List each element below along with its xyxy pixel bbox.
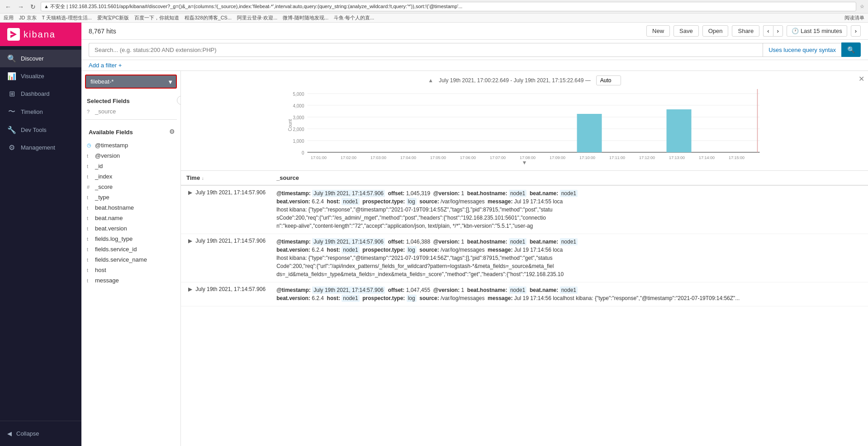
field-type-beat-version: t (87, 226, 92, 231)
back-button[interactable]: ← (4, 3, 13, 10)
table-row: ▶ July 19th 2021, 17:14:57.906 @timestam… (181, 282, 868, 306)
field-name-service-name: fields.service_name (95, 256, 147, 263)
sidebar-item-management[interactable]: ⚙ Management (0, 139, 81, 156)
field-item-beat-hostname[interactable]: t beat.hostname (85, 202, 177, 213)
time-cell-1: ▶ July 19th 2021, 17:14:57.906 (181, 185, 271, 234)
sidebar-item-devtools[interactable]: 🔧 Dev Tools (0, 121, 81, 139)
svg-text:3,000: 3,000 (293, 115, 304, 120)
chart-close-button[interactable]: ✕ (859, 75, 864, 83)
svg-text:4,000: 4,000 (293, 103, 304, 108)
svg-text:17:05:00: 17:05:00 (430, 155, 446, 160)
collapse-button[interactable]: ◀ Collapse (0, 426, 81, 441)
bookmark-jd[interactable]: JD 京东 (19, 14, 37, 21)
field-item-index[interactable]: t _index (85, 171, 177, 182)
filter-bar: Add a filter + (81, 60, 868, 71)
svg-text:17:04:00: 17:04:00 (400, 155, 416, 160)
svg-text:17:15:00: 17:15:00 (729, 155, 745, 160)
bookmark-apps[interactable]: 应用 (4, 14, 14, 21)
field-item-timestamp[interactable]: ◷ @timestamp (85, 140, 177, 150)
sidebar-label-visualize: Visualize (21, 73, 44, 80)
chart-area: ▲ July 19th 2021, 17:00:22.649 - July 19… (181, 71, 868, 171)
kibana-logo-icon (7, 28, 20, 41)
available-fields-header: Available Fields ⚙ (85, 122, 177, 140)
time-expand-button[interactable]: › (851, 25, 861, 37)
field-item-id[interactable]: t _id (85, 161, 177, 171)
field-item-beat-name[interactable]: t beat.name (85, 213, 177, 223)
interval-select[interactable]: Auto (596, 75, 621, 85)
field-type-id: t (87, 164, 92, 169)
time-forward-button[interactable]: › (773, 25, 783, 37)
field-item-type[interactable]: t _type (85, 192, 177, 202)
fields-settings-icon[interactable]: ⚙ (169, 128, 175, 135)
section-divider (85, 119, 177, 120)
field-type-host: t (87, 268, 92, 273)
field-item-service-id[interactable]: t fields.service_id (85, 244, 177, 254)
th-time[interactable]: Time ↓ (181, 171, 271, 185)
row-expand-button-1[interactable]: ▶ (186, 189, 194, 196)
discover-icon: 🔍 (7, 54, 16, 63)
share-button[interactable]: Share (732, 25, 759, 37)
field-name-timestamp: @timestamp (95, 142, 128, 149)
svg-text:17:03:00: 17:03:00 (370, 155, 386, 160)
chart-collapse-left[interactable]: ▲ (428, 77, 433, 84)
field-item-source[interactable]: ? _source (85, 106, 177, 117)
field-name-service-id: fields.service_id (95, 246, 137, 253)
results-area[interactable]: Time ↓ _source ▶ (181, 171, 868, 446)
field-item-version[interactable]: t @version (85, 150, 177, 161)
field-item-log-type[interactable]: t fields.log_type (85, 234, 177, 244)
syntax-hint: Uses lucene query syntax (763, 43, 841, 57)
bookmark-read-list[interactable]: 阅读清单 (844, 14, 864, 21)
field-name-version: @version (95, 152, 120, 159)
url-bar[interactable]: ▲ 不安全 | 192.168.235.101:5601/app/kibana#… (41, 2, 856, 11)
kibana-header: 8,767 hits New Save Open Share ‹ › 🕐 Las… (81, 23, 868, 40)
bookmark-douyu[interactable]: 斗鱼·每个人的直... (334, 14, 374, 21)
field-item-score[interactable]: # _score (85, 182, 177, 192)
source-column-label: _source (276, 174, 299, 181)
bookmark-aliyun[interactable]: 阿里云登录·欢迎... (237, 14, 277, 21)
forward-button[interactable]: → (16, 3, 25, 10)
field-item-host[interactable]: t host (85, 265, 177, 275)
open-button[interactable]: Open (702, 25, 729, 37)
bookmark-baidu[interactable]: 百度一下，你就知道 (134, 14, 179, 21)
bookmark-tmall[interactable]: T 天猫精选-理想生活... (42, 14, 92, 21)
row-expand-button-2[interactable]: ▶ (186, 238, 194, 244)
content-area: filebeat-* ▼ › Selected Fields ? _source… (81, 71, 868, 446)
source-cell-3: @timestamp: July 19th 2021, 17:14:57.906… (271, 282, 868, 306)
field-item-service-name[interactable]: t fields.service_name (85, 254, 177, 265)
search-button[interactable]: 🔍 (841, 42, 861, 57)
row-expand-button-3[interactable]: ▶ (186, 286, 194, 292)
collapse-label: Collapse (16, 430, 39, 437)
save-button[interactable]: Save (674, 25, 699, 37)
svg-text:17:08:00: 17:08:00 (520, 155, 536, 160)
add-filter-button[interactable]: Add a filter + (89, 62, 122, 69)
kibana-logo-text: kibana (24, 29, 56, 40)
field-type-type: t (87, 195, 92, 200)
results-table: Time ↓ _source ▶ (181, 171, 868, 306)
sidebar-item-discover[interactable]: 🔍 Discover (0, 50, 81, 67)
search-bar: Uses lucene query syntax 🔍 (81, 40, 868, 60)
svg-text:17:06:00: 17:06:00 (460, 155, 476, 160)
bookmark-taobao[interactable]: 爱淘宝PC新版 (97, 14, 129, 21)
timestamp-3: July 19th 2021, 17:14:57.906 (195, 286, 266, 292)
field-type-service-id: t (87, 247, 92, 252)
field-name-beat-hostname: beat.hostname (95, 204, 134, 211)
index-select[interactable]: filebeat-* (85, 75, 177, 89)
sort-icon: ↓ (202, 176, 204, 181)
bookmark-blog[interactable]: 程磊328的博客_CS... (185, 14, 232, 21)
time-range-picker[interactable]: 🕐 Last 15 minutes (787, 25, 847, 37)
sidebar-nav: 🔍 Discover 📊 Visualize ⊞ Dashboard 〜 Tim… (0, 46, 81, 421)
left-panel: filebeat-* ▼ › Selected Fields ? _source… (81, 71, 181, 446)
sidebar-item-timelion[interactable]: 〜 Timelion (0, 103, 81, 121)
bookmark-weibo[interactable]: 微博-随时随地发现... (283, 14, 328, 21)
field-item-beat-version[interactable]: t beat.version (85, 223, 177, 234)
sidebar-item-dashboard[interactable]: ⊞ Dashboard (0, 85, 81, 103)
search-input[interactable] (89, 43, 763, 57)
source-cell-2: @timestamp: July 19th 2021, 17:14:57.906… (271, 234, 868, 282)
svg-text:17:01:00: 17:01:00 (311, 155, 327, 160)
reload-button[interactable]: ↻ (29, 3, 37, 10)
sidebar-item-visualize[interactable]: 📊 Visualize (0, 67, 81, 85)
field-item-message[interactable]: t message (85, 275, 177, 286)
field-type-beat-name: t (87, 216, 92, 221)
time-back-button[interactable]: ‹ (763, 25, 773, 37)
new-button[interactable]: New (646, 25, 670, 37)
